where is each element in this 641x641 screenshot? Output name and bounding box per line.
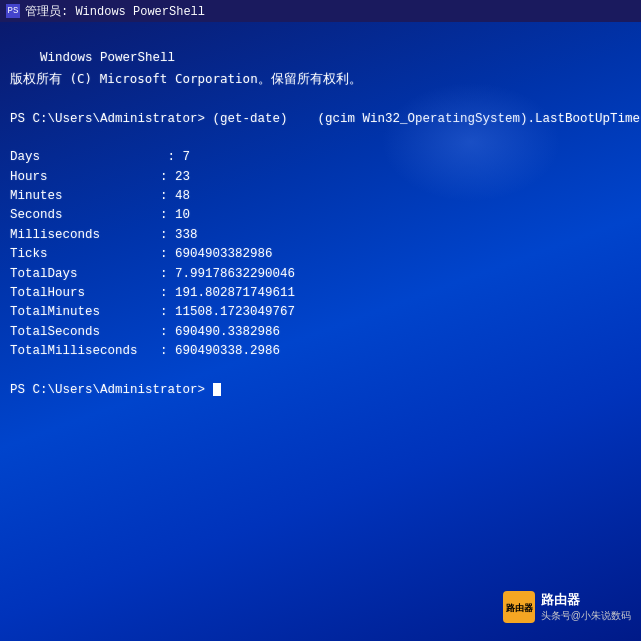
value-totalhours: 191.802871749611: [175, 286, 295, 300]
prompt-line1: PS C:\Users\Administrator> (get-date) (g…: [10, 112, 640, 126]
value-seconds: 10: [175, 208, 190, 222]
label-totalminutes: TotalMinutes: [10, 305, 100, 319]
powershell-icon: PS: [6, 4, 20, 18]
label-ticks: Ticks: [10, 247, 48, 261]
label-totalseconds: TotalSeconds: [10, 325, 100, 339]
label-milliseconds: Milliseconds: [10, 228, 100, 242]
prompt-line2[interactable]: PS C:\Users\Administrator>: [10, 383, 213, 397]
watermark-title: 路由器: [541, 591, 631, 609]
label-totaldays: TotalDays: [10, 267, 78, 281]
value-totaldays: 7.99178632290046: [175, 267, 295, 281]
terminal-output: Windows PowerShell 版权所有 (C) Microsoft Co…: [10, 30, 631, 420]
label-hours: Hours: [10, 170, 48, 184]
value-hours: 23: [175, 170, 190, 184]
value-milliseconds: 338: [175, 228, 198, 242]
label-seconds: Seconds: [10, 208, 63, 222]
label-totalmilliseconds: TotalMilliseconds: [10, 344, 138, 358]
header-line1: Windows PowerShell: [40, 51, 175, 65]
title-bar-label: 管理员: Windows PowerShell: [25, 3, 205, 20]
watermark-text-block: 路由器 头条号@小朱说数码: [541, 591, 631, 623]
watermark-logo: 路由器: [503, 591, 535, 623]
value-ticks: 6904903382986: [175, 247, 273, 261]
value-days: 7: [183, 150, 191, 164]
value-totalmilliseconds: 690490338.2986: [175, 344, 280, 358]
watermark-subtitle: 头条号@小朱说数码: [541, 609, 631, 623]
value-totalminutes: 11508.1723049767: [175, 305, 295, 319]
watermark: 路由器 路由器 头条号@小朱说数码: [503, 591, 631, 623]
label-totalhours: TotalHours: [10, 286, 85, 300]
terminal-window: Windows PowerShell 版权所有 (C) Microsoft Co…: [0, 22, 641, 641]
label-days: Days: [10, 150, 40, 164]
header-line2: 版权所有 (C) Microsoft Corporation。保留所有权利。: [10, 71, 362, 86]
value-minutes: 48: [175, 189, 190, 203]
label-minutes: Minutes: [10, 189, 63, 203]
value-totalseconds: 690490.3382986: [175, 325, 280, 339]
svg-text:路由器: 路由器: [505, 603, 533, 613]
cursor: [213, 383, 221, 396]
title-bar: PS 管理员: Windows PowerShell: [0, 0, 641, 22]
